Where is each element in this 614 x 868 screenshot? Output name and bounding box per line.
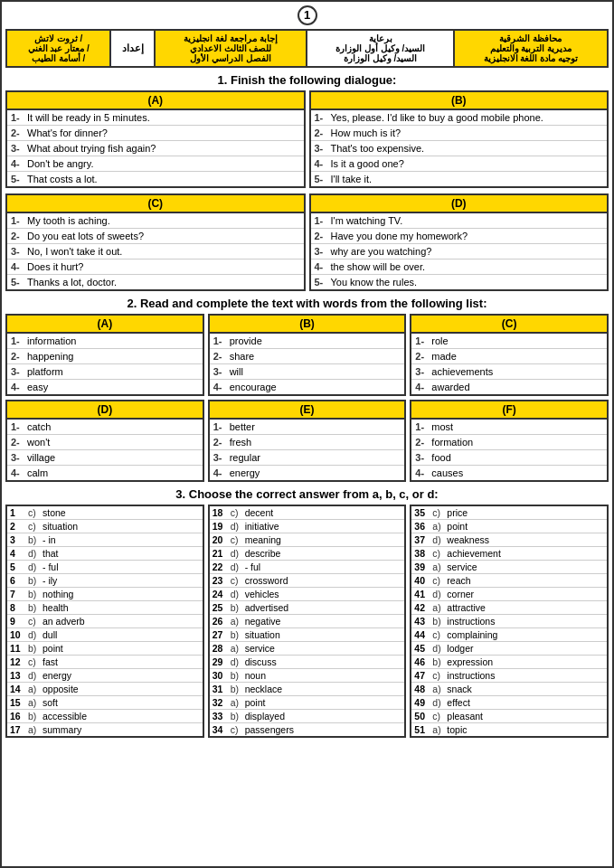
dialogue-header-b: (B) [311, 92, 608, 110]
dialogue-row-item: 3-What about trying fish again? [7, 141, 304, 156]
header-col-3: إجابة مراجعة لغة انجليزيةللصف الثالث الا… [155, 30, 307, 67]
answer-row-item: 8b)health [7, 601, 203, 615]
words-row-item: 1-role [411, 334, 607, 349]
words-row-item: 1-better [210, 420, 405, 435]
answer-row-item: 30b)noun [210, 669, 405, 683]
answer-row-item: 37d)weakness [411, 533, 607, 547]
answer-row-item: 46b)expression [411, 656, 607, 669]
dialogue-row-item: 2-Have you done my homework? [311, 229, 608, 244]
answer-row-item: 39a)service [411, 561, 607, 574]
words-row-item: 4-easy [7, 380, 203, 394]
dialogue-row-item: 1-Yes, please. I'd like to buy a good mo… [311, 110, 608, 126]
answer-row-item: 5d)- ful [7, 561, 203, 574]
section3-title: 3. Choose the correct answer from a, b, … [5, 487, 609, 501]
dialogue-row-item: 1-It will be ready in 5 minutes. [7, 110, 304, 126]
words-header-b: (B) [210, 316, 405, 334]
dialogue-col-d: 1-I'm watching TV.2-Have you done my hom… [311, 213, 608, 289]
answer-row-item: 41d)corner [411, 588, 607, 601]
words-row-item: 1-provide [210, 334, 405, 349]
dialogue-row2: (C) 1-My tooth is aching.2-Do you eat lo… [5, 193, 609, 291]
words-grid-row2: (D) 1-catch2-won't3-village4-calm (E) 1-… [5, 400, 609, 482]
dialogue-row-item: 5-You know the rules. [311, 275, 608, 289]
words-row-item: 3-will [210, 364, 405, 380]
words-row-item: 2-formation [411, 435, 607, 450]
answer-row-item: 23c)crossword [210, 574, 405, 588]
words-row-item: 2-won't [7, 435, 203, 450]
words-row-item: 2-share [210, 349, 405, 364]
words-col-e: 1-better2-fresh3-regular4-energy [210, 420, 405, 480]
answer-row-item: 11b)point [7, 642, 203, 656]
words-col-d: 1-catch2-won't3-village4-calm [7, 420, 203, 480]
words-row-item: 1-information [7, 334, 203, 349]
dialogue-col-b: 1-Yes, please. I'd like to buy a good mo… [311, 110, 608, 186]
answer-row-item: 38c)achievement [411, 547, 607, 561]
words-col-c: 1-role2-made3-achievements4-awarded [411, 334, 607, 394]
words-box-f: (F) 1-most2-formation3-food4-causes [410, 400, 609, 482]
answer-row-item: 21d)describe [210, 547, 405, 561]
answer-row-item: 15a)soft [7, 696, 203, 710]
page-number: 1 [5, 5, 609, 25]
answer-row-item: 36a)point [411, 520, 607, 533]
answer-col-1: 1c)stone2c)situation3b)- in4d)that5d)- f… [5, 505, 204, 738]
dialogue-box-b: (B) 1-Yes, please. I'd like to buy a goo… [309, 90, 609, 188]
section1-title: 1. Finish the following dialogue: [5, 73, 609, 87]
answer-row-item: 17a)summary [7, 723, 203, 736]
dialogue-row-item: 4-Don't be angry. [7, 156, 304, 172]
answer-row-item: 34c)passengers [210, 723, 405, 736]
answer-row-item: 20c)meaning [210, 533, 405, 547]
dialogue-col-a: 1-It will be ready in 5 minutes.2-What's… [7, 110, 304, 186]
words-row-item: 3-village [7, 450, 203, 466]
words-row-item: 4-calm [7, 466, 203, 480]
answer-row-item: 18c)decent [210, 506, 405, 520]
header-col-4: برعايةالسيد/ وكيل أول الوزارةالسيد/ وكيل… [307, 30, 453, 67]
answer-row-item: 7b)nothing [7, 588, 203, 601]
answer-row-item: 14a)opposite [7, 683, 203, 696]
dialogue-row-item: 3-That's too expensive. [311, 141, 608, 156]
dialogue-row-item: 5-I'll take it. [311, 172, 608, 186]
answer-row-item: 27b)situation [210, 628, 405, 642]
answer-row-item: 44c)complaining [411, 628, 607, 642]
dialogue-box-d: (D) 1-I'm watching TV.2-Have you done my… [309, 193, 609, 291]
answer-row-item: 47c)instructions [411, 669, 607, 683]
dialogue-header-a: (A) [7, 92, 304, 110]
dialogue-row-item: 4-Does it hurt? [7, 259, 304, 275]
answer-row-item: 32a)point [210, 696, 405, 710]
answer-row-item: 33b)displayed [210, 710, 405, 723]
words-row-item: 4-awarded [411, 380, 607, 394]
header-col-5: محافظة الشرقيةمديرية التربية والتعليمتوج… [454, 30, 608, 67]
answer-row-item: 19d)initiative [210, 520, 405, 533]
answer-row-item: 51a)topic [411, 723, 607, 736]
answer-row-item: 26a)negative [210, 615, 405, 628]
words-header-a: (A) [7, 316, 203, 334]
answer-row-item: 45d)lodger [411, 642, 607, 656]
words-row-item: 2-happening [7, 349, 203, 364]
dialogue-box-a: (A) 1-It will be ready in 5 minutes.2-Wh… [5, 90, 306, 188]
words-col-f: 1-most2-formation3-food4-causes [411, 420, 607, 480]
words-row-item: 4-causes [411, 466, 607, 480]
answer-row-item: 43b)instructions [411, 615, 607, 628]
header-table: / ثروت لاتش/ معتار عبد الغني/ أسامة الطي… [5, 29, 609, 68]
words-row-item: 4-energy [210, 466, 405, 480]
words-row-item: 2-fresh [210, 435, 405, 450]
dialogue-row-item: 2-What's for dinner? [7, 126, 304, 141]
words-row-item: 3-regular [210, 450, 405, 466]
answer-row-item: 3b)- in [7, 533, 203, 547]
answer-row-item: 42a)attractive [411, 601, 607, 615]
dialogue-row-item: 1-I'm watching TV. [311, 213, 608, 229]
words-header-c: (C) [411, 316, 607, 334]
section2-title: 2. Read and complete the text with words… [5, 297, 609, 310]
answer-row-item: 40c)reach [411, 574, 607, 588]
answer-row-item: 2c)situation [7, 520, 203, 533]
answer-row-item: 12c)fast [7, 656, 203, 669]
answer-row-item: 6b)- ily [7, 574, 203, 588]
dialogue-box-c: (C) 1-My tooth is aching.2-Do you eat lo… [5, 193, 306, 291]
answer-row-item: 10d)dull [7, 628, 203, 642]
answer-col-2: 18c)decent19d)initiative20c)meaning21d)d… [208, 505, 407, 738]
dialogue-col-c: 1-My tooth is aching.2-Do you eat lots o… [7, 213, 304, 289]
words-box-b: (B) 1-provide2-share3-will4-encourage [208, 314, 407, 396]
answers-grid: 1c)stone2c)situation3b)- in4d)that5d)- f… [5, 505, 609, 738]
words-box-e: (E) 1-better2-fresh3-regular4-energy [208, 400, 407, 482]
answer-row-item: 25b)advertised [210, 601, 405, 615]
answer-row-item: 24d)vehicles [210, 588, 405, 601]
answer-row-item: 1c)stone [7, 506, 203, 520]
